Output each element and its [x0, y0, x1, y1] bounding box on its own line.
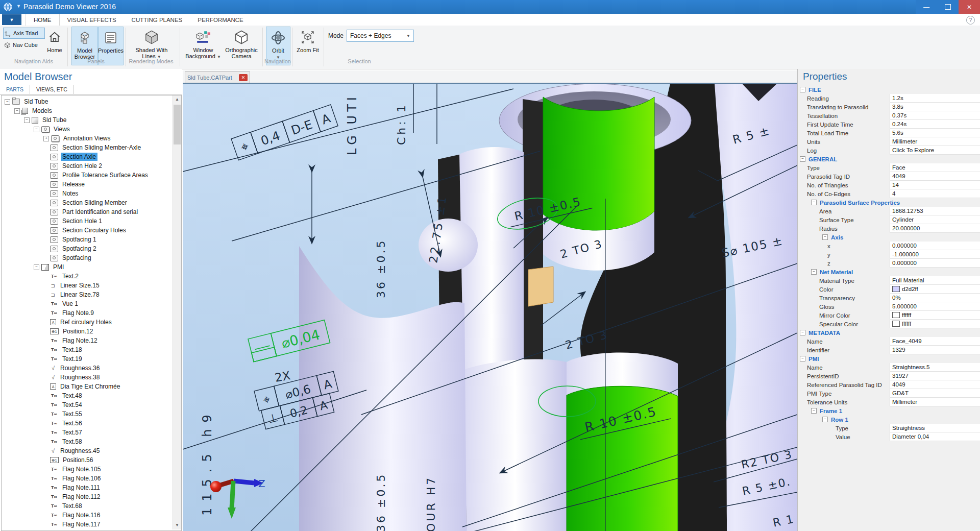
tree-item-position-12[interactable]: ⊕1Position.12 — [2, 327, 171, 336]
prop-value[interactable]: Cylinder — [890, 215, 980, 224]
prop-value[interactable]: GD&T — [890, 389, 980, 398]
document-tab[interactable]: Sld Tube.CATPart ✕ — [185, 71, 250, 83]
prop-row-type[interactable]: TypeFace — [798, 163, 980, 172]
tree-item-ref-circulary-holes[interactable]: ARef circulary Holes — [2, 318, 171, 327]
prop-value[interactable]: ffffff — [890, 311, 980, 320]
prop-value[interactable]: Straightness.5 — [890, 363, 980, 372]
prop-value[interactable]: 0.000000 — [890, 242, 980, 250]
tab-views-etc[interactable]: VIEWS, ETC — [30, 85, 74, 94]
prop-value[interactable]: 5.6s — [890, 129, 980, 137]
tree-item-profile-tolerance-surface-areas[interactable]: Profile Tolerance Surface Areas — [2, 171, 171, 180]
scroll-up-icon[interactable]: ▲ — [173, 95, 181, 104]
prop-value[interactable]: Face_4049 — [890, 337, 980, 346]
axis-triad-button[interactable]: Axis Triad — [3, 28, 45, 39]
prop-row-value[interactable]: ValueDiameter 0,04 — [798, 432, 980, 441]
tree-item-section-sliding-member[interactable]: Section Sliding Member — [2, 198, 171, 207]
tree-item-linear-size-15[interactable]: ⊐Linear Size.15 — [2, 281, 171, 290]
tree-item-flag-note-106[interactable]: T∞Flag Note.106 — [2, 474, 171, 483]
prop-value[interactable]: d2d2ff — [890, 285, 980, 294]
tree-scrollbar[interactable]: ▲ ▼ — [173, 95, 181, 529]
prop-row-log[interactable]: LogClick To Explore — [798, 146, 980, 155]
tree-item-vue-1[interactable]: T∞Vue 1 — [2, 299, 171, 308]
prop-value[interactable]: 20.000000 — [890, 224, 980, 233]
collapse-icon[interactable]: − — [5, 99, 10, 105]
tree-item-roughness-45[interactable]: √Roughness.45 — [2, 446, 171, 455]
maximize-button[interactable] — [937, 0, 959, 14]
prop-value[interactable]: Millimeter — [890, 398, 980, 406]
tree-item-spotfacing[interactable]: Spotfacing — [2, 253, 171, 262]
prop-row-first-update-time[interactable]: First Update Time0.24s — [798, 120, 980, 129]
tree-item-roughness-36[interactable]: √Roughness.36 — [2, 364, 171, 373]
prop-value[interactable]: 0% — [890, 294, 980, 302]
prop-value[interactable]: 0.37s — [890, 111, 980, 120]
prop-row-type[interactable]: TypeStraightness — [798, 424, 980, 432]
prop-value[interactable]: 0.000000 — [890, 259, 980, 268]
prop-row-reading[interactable]: Reading1.2s — [798, 94, 980, 103]
tree-item-release[interactable]: Release — [2, 180, 171, 189]
prop-value[interactable]: Millimeter — [890, 137, 980, 146]
scroll-down-icon[interactable]: ▼ — [173, 521, 181, 529]
prop-row-tolerance-units[interactable]: Tolerance UnitsMillimeter — [798, 398, 980, 406]
tree-item-text-58[interactable]: T∞Text.58 — [2, 437, 171, 446]
prop-row-parasolid-tag-id[interactable]: Parasolid Tag ID4049 — [798, 172, 980, 181]
close-button[interactable]: ✕ — [959, 0, 980, 14]
collapse-icon[interactable]: − — [800, 87, 805, 92]
tree-item-linear-size-78[interactable]: ⊐Linear Size.78 — [2, 290, 171, 299]
zoom-fit-button[interactable]: Zoom Fit — [296, 27, 320, 64]
prop-value[interactable]: 1329 — [890, 346, 980, 354]
tree-item-dia-tige-ext-chrom-e[interactable]: ADia Tige Ext Chromée — [2, 382, 171, 391]
collapse-icon[interactable]: − — [34, 264, 39, 270]
tree-item-text-2[interactable]: T∞Text.2 — [2, 272, 171, 281]
tree-item-flag-note-112[interactable]: T∞Flag Note.112 — [2, 492, 171, 501]
collapse-icon[interactable]: − — [800, 156, 805, 162]
collapse-icon[interactable]: − — [822, 417, 828, 422]
prop-row-name[interactable]: NameFace_4049 — [798, 337, 980, 346]
tree-item-notes[interactable]: Notes — [2, 189, 171, 198]
expand-icon[interactable]: + — [43, 136, 49, 141]
tree-item-roughness-38[interactable]: √Roughness.38 — [2, 373, 171, 382]
prop-value[interactable]: 4049 — [890, 380, 980, 389]
tree-item-flag-note-12[interactable]: T∞Flag Note.12 — [2, 336, 171, 345]
scrollbar-thumb[interactable] — [174, 105, 181, 144]
collapse-icon[interactable]: − — [800, 356, 805, 361]
prop-section-metadata[interactable]: −METADATA — [798, 328, 980, 337]
prop-row-radius[interactable]: Radius20.000000 — [798, 224, 980, 233]
tree-item-part-identification-and-serial[interactable]: Part Identification and serial — [2, 207, 171, 216]
collapse-icon[interactable]: − — [811, 408, 817, 414]
ribbon-tab-performance[interactable]: PERFORMANCE — [190, 14, 251, 26]
prop-value[interactable]: Click To Explore — [890, 146, 980, 155]
prop-row-translating-to-parasolid[interactable]: Translating to Parasolid3.8s — [798, 103, 980, 111]
prop-row-tessellation[interactable]: Tessellation0.37s — [798, 111, 980, 120]
prop-section-parasolid-surface-properties[interactable]: −Parasolid Surface Properties — [798, 198, 980, 207]
prop-row-mirror-color[interactable]: Mirror Colorffffff — [798, 311, 980, 320]
prop-section-row-1[interactable]: −Row 1 — [798, 415, 980, 424]
3d-viewport[interactable]: ⌖ 0,4 D-E A LG UTI Ch: 1 22.75 ±1 36 ±0.… — [183, 83, 797, 531]
prop-row-persistentid[interactable]: PersistentID31927 — [798, 372, 980, 380]
tree-item-text-19[interactable]: T∞Text.19 — [2, 354, 171, 364]
collapse-icon[interactable]: − — [811, 269, 817, 275]
prop-value[interactable]: 14 — [890, 181, 980, 189]
prop-value[interactable]: Face — [890, 163, 980, 172]
collapse-icon[interactable]: − — [800, 330, 805, 335]
tree-item-flag-note-111[interactable]: T∞Flag Note.111 — [2, 483, 171, 492]
prop-row-area[interactable]: Area1868.12753 — [798, 207, 980, 215]
tree-item-text-57[interactable]: T∞Text.57 — [2, 428, 171, 437]
prop-value[interactable]: 3.8s — [890, 103, 980, 111]
prop-value[interactable]: -1.000000 — [890, 250, 980, 259]
tree-item-models[interactable]: −Models — [2, 106, 171, 115]
collapse-icon[interactable]: − — [34, 127, 39, 132]
tree-item-text-68[interactable]: T∞Text.68 — [2, 501, 171, 511]
window-background-button[interactable]: Window Background ▼ — [185, 27, 222, 64]
ribbon-tab-visual-effects[interactable]: VISUAL EFFECTS — [60, 14, 124, 26]
minimize-button[interactable]: — — [916, 0, 937, 14]
prop-row-color[interactable]: Colord2d2ff — [798, 285, 980, 294]
prop-row-x[interactable]: x0.000000 — [798, 242, 980, 250]
tree-item-section-hole-2[interactable]: Section Hole 2 — [2, 161, 171, 171]
prop-row-units[interactable]: UnitsMillimeter — [798, 137, 980, 146]
ribbon-tab-cutting-planes[interactable]: CUTTING PLANES — [124, 14, 190, 26]
tree-item-annotation-views[interactable]: +Annotation Views — [2, 134, 171, 143]
prop-row-pmi-type[interactable]: PMI TypeGD&T — [798, 389, 980, 398]
tree-item-section-sliding-member-axle[interactable]: Section Sliding Member-Axle — [2, 143, 171, 152]
prop-value[interactable]: 5.000000 — [890, 302, 980, 311]
tree-item-section-circulary-holes[interactable]: Section Circulary Holes — [2, 226, 171, 235]
